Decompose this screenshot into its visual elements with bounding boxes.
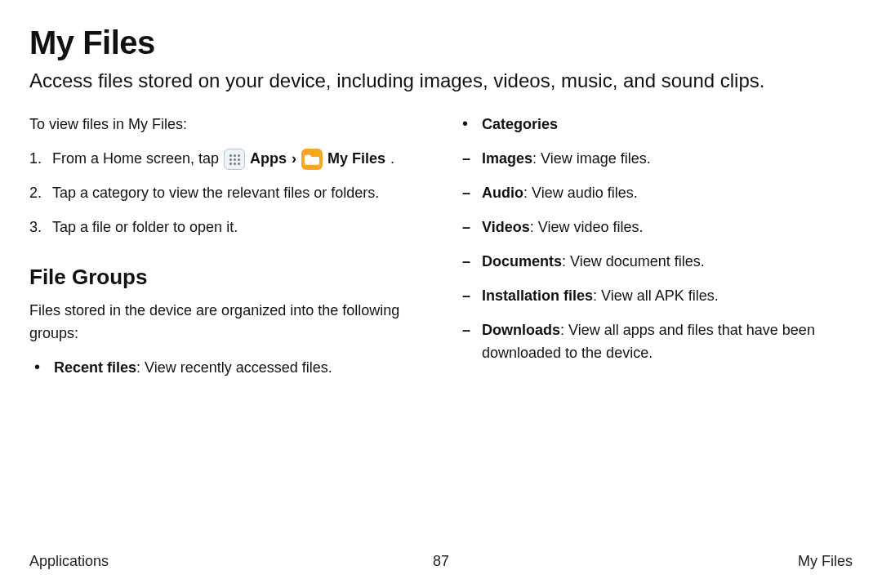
recent-files-rest: : View recently accessed files.	[136, 359, 332, 376]
step-1: From a Home screen, tap Apps ›	[52, 148, 425, 171]
steps-list: From a Home screen, tap Apps ›	[52, 148, 425, 239]
category-rest: : View audio files.	[523, 185, 638, 201]
category-installation-files: Installation files: View all APK files.	[482, 285, 853, 308]
right-column: Categories Images: View image files. Aud…	[457, 114, 853, 391]
category-audio: Audio: View audio files.	[482, 182, 853, 205]
category-bold: Installation files	[482, 287, 593, 304]
category-bold: Downloads	[482, 322, 560, 338]
file-groups-heading: File Groups	[29, 261, 425, 293]
apps-icon	[224, 149, 245, 170]
recent-files-bold: Recent files	[54, 359, 136, 376]
step1-prefix: From a Home screen, tap	[52, 148, 219, 171]
page-subtitle: Access files stored on your device, incl…	[29, 68, 813, 94]
folder-icon	[301, 149, 323, 170]
folder-icon-svg	[305, 154, 319, 165]
category-rest: : View image files.	[532, 150, 651, 167]
footer-left: Applications	[29, 553, 109, 570]
category-documents: Documents: View document files.	[482, 251, 853, 274]
category-bold: Videos	[482, 219, 530, 235]
page: My Files Access files stored on your dev…	[0, 0, 882, 588]
category-bold: Documents	[482, 253, 562, 270]
footer-right: My Files	[798, 553, 853, 570]
categories-bullets: Categories	[482, 114, 853, 136]
step1-suffix: .	[390, 148, 394, 171]
categories-list: Images: View image files. Audio: View au…	[482, 148, 853, 364]
category-bold: Images	[482, 150, 532, 167]
category-bold: Audio	[482, 185, 523, 201]
category-videos: Videos: View video files.	[482, 216, 853, 239]
category-downloads: Downloads: View all apps and files that …	[482, 319, 853, 365]
apps-label: Apps	[250, 148, 287, 171]
categories-item: Categories	[482, 114, 853, 136]
categories-label: Categories	[482, 116, 558, 132]
apps-icon-dots	[229, 154, 240, 165]
category-rest: : View all APK files.	[593, 287, 719, 304]
category-images: Images: View image files.	[482, 148, 853, 171]
recent-files-item: Recent files: View recently accessed fil…	[54, 357, 425, 380]
lead-text: To view files in My Files:	[29, 114, 425, 136]
page-footer: Applications 87 My Files	[29, 553, 853, 570]
category-rest: : View video files.	[530, 219, 644, 235]
myfiles-label: My Files	[327, 148, 385, 171]
breadcrumb-chevron: ›	[292, 148, 296, 171]
file-groups-para: Files stored in the device are organized…	[29, 300, 425, 345]
footer-page-number: 87	[433, 553, 449, 570]
category-rest: : View document files.	[562, 253, 705, 270]
step-2: Tap a category to view the relevant file…	[52, 182, 425, 205]
step-3: Tap a file or folder to open it.	[52, 216, 425, 239]
file-groups-bullets: Recent files: View recently accessed fil…	[54, 357, 425, 380]
left-column: To view files in My Files: From a Home s…	[29, 114, 425, 391]
columns: To view files in My Files: From a Home s…	[29, 114, 853, 391]
page-title: My Files	[29, 24, 853, 61]
